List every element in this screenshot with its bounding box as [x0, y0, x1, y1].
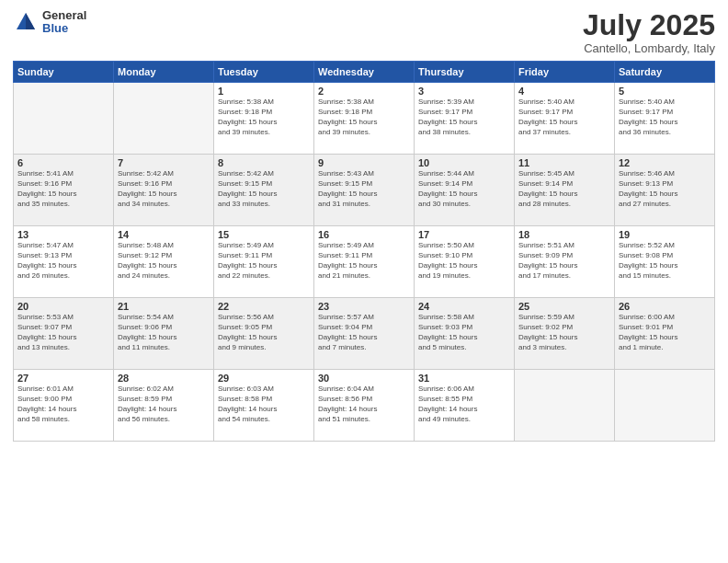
calendar-cell	[515, 370, 615, 442]
calendar-cell: 25Sunrise: 5:59 AM Sunset: 9:02 PM Dayli…	[515, 298, 615, 370]
day-number: 17	[418, 229, 510, 240]
day-number: 27	[17, 373, 109, 384]
calendar-cell: 2Sunrise: 5:38 AM Sunset: 9:18 PM Daylig…	[314, 83, 415, 155]
day-info: Sunrise: 5:49 AM Sunset: 9:11 PM Dayligh…	[318, 241, 410, 281]
svg-marker-1	[26, 13, 35, 29]
day-info: Sunrise: 5:42 AM Sunset: 9:15 PM Dayligh…	[218, 169, 310, 209]
day-info: Sunrise: 6:04 AM Sunset: 8:56 PM Dayligh…	[318, 385, 410, 424]
header: General Blue July 2025 Cantello, Lombard…	[13, 9, 715, 55]
day-info: Sunrise: 5:38 AM Sunset: 9:18 PM Dayligh…	[218, 98, 310, 137]
day-info: Sunrise: 6:00 AM Sunset: 9:01 PM Dayligh…	[619, 313, 711, 352]
title-block: July 2025 Cantello, Lombardy, Italy	[583, 9, 715, 55]
day-number: 24	[418, 301, 510, 312]
day-info: Sunrise: 5:54 AM Sunset: 9:06 PM Dayligh…	[118, 313, 210, 352]
calendar-week-row: 6Sunrise: 5:41 AM Sunset: 9:16 PM Daylig…	[14, 155, 715, 226]
calendar-cell: 8Sunrise: 5:42 AM Sunset: 9:15 PM Daylig…	[214, 155, 314, 226]
day-number: 28	[118, 373, 210, 384]
day-info: Sunrise: 5:42 AM Sunset: 9:16 PM Dayligh…	[118, 169, 210, 209]
day-info: Sunrise: 5:47 AM Sunset: 9:13 PM Dayligh…	[17, 241, 109, 281]
day-number: 6	[17, 157, 109, 168]
location-subtitle: Cantello, Lombardy, Italy	[583, 41, 715, 55]
day-number: 26	[619, 301, 711, 312]
calendar-cell: 17Sunrise: 5:50 AM Sunset: 9:10 PM Dayli…	[415, 226, 515, 298]
day-info: Sunrise: 6:02 AM Sunset: 8:59 PM Dayligh…	[118, 385, 210, 424]
calendar-week-row: 27Sunrise: 6:01 AM Sunset: 9:00 PM Dayli…	[14, 370, 715, 442]
calendar-cell: 4Sunrise: 5:40 AM Sunset: 9:17 PM Daylig…	[515, 83, 615, 155]
day-number: 15	[218, 229, 310, 240]
day-info: Sunrise: 5:53 AM Sunset: 9:07 PM Dayligh…	[17, 313, 109, 352]
weekday-header-friday: Friday	[515, 62, 615, 83]
day-number: 2	[318, 86, 410, 97]
calendar-cell: 19Sunrise: 5:52 AM Sunset: 9:08 PM Dayli…	[615, 226, 715, 298]
calendar-cell: 15Sunrise: 5:49 AM Sunset: 9:11 PM Dayli…	[214, 226, 314, 298]
day-info: Sunrise: 5:59 AM Sunset: 9:02 PM Dayligh…	[518, 313, 610, 352]
day-info: Sunrise: 5:51 AM Sunset: 9:09 PM Dayligh…	[518, 241, 610, 281]
day-info: Sunrise: 5:48 AM Sunset: 9:12 PM Dayligh…	[118, 241, 210, 281]
calendar-cell: 9Sunrise: 5:43 AM Sunset: 9:15 PM Daylig…	[314, 155, 415, 226]
weekday-header-sunday: Sunday	[14, 62, 114, 83]
day-info: Sunrise: 5:58 AM Sunset: 9:03 PM Dayligh…	[418, 313, 510, 352]
calendar-cell: 26Sunrise: 6:00 AM Sunset: 9:01 PM Dayli…	[615, 298, 715, 370]
calendar-week-row: 13Sunrise: 5:47 AM Sunset: 9:13 PM Dayli…	[14, 226, 715, 298]
day-number: 31	[418, 373, 510, 384]
calendar-cell: 1Sunrise: 5:38 AM Sunset: 9:18 PM Daylig…	[214, 83, 314, 155]
day-info: Sunrise: 6:01 AM Sunset: 9:00 PM Dayligh…	[17, 385, 109, 424]
weekday-header-saturday: Saturday	[615, 62, 715, 83]
calendar-cell: 30Sunrise: 6:04 AM Sunset: 8:56 PM Dayli…	[314, 370, 415, 442]
day-number: 16	[318, 229, 410, 240]
day-number: 12	[619, 157, 711, 168]
calendar-cell: 3Sunrise: 5:39 AM Sunset: 9:17 PM Daylig…	[415, 83, 515, 155]
day-number: 30	[318, 373, 410, 384]
day-number: 10	[418, 157, 510, 168]
weekday-header-wednesday: Wednesday	[314, 62, 415, 83]
day-number: 19	[619, 229, 711, 240]
day-info: Sunrise: 5:43 AM Sunset: 9:15 PM Dayligh…	[318, 169, 410, 209]
day-info: Sunrise: 5:56 AM Sunset: 9:05 PM Dayligh…	[218, 313, 310, 352]
day-number: 13	[17, 229, 109, 240]
day-number: 18	[518, 229, 610, 240]
calendar-week-row: 20Sunrise: 5:53 AM Sunset: 9:07 PM Dayli…	[14, 298, 715, 370]
calendar-cell: 6Sunrise: 5:41 AM Sunset: 9:16 PM Daylig…	[14, 155, 114, 226]
day-number: 7	[118, 157, 210, 168]
day-number: 4	[518, 86, 610, 97]
page: General Blue July 2025 Cantello, Lombard…	[0, 0, 728, 563]
day-info: Sunrise: 5:50 AM Sunset: 9:10 PM Dayligh…	[418, 241, 510, 281]
day-info: Sunrise: 5:39 AM Sunset: 9:17 PM Dayligh…	[418, 98, 510, 137]
day-info: Sunrise: 5:40 AM Sunset: 9:17 PM Dayligh…	[619, 98, 711, 137]
logo-text: General Blue	[42, 9, 86, 36]
calendar-cell: 13Sunrise: 5:47 AM Sunset: 9:13 PM Dayli…	[14, 226, 114, 298]
day-number: 9	[318, 157, 410, 168]
weekday-header-tuesday: Tuesday	[214, 62, 314, 83]
day-info: Sunrise: 5:44 AM Sunset: 9:14 PM Dayligh…	[418, 169, 510, 209]
calendar-cell: 7Sunrise: 5:42 AM Sunset: 9:16 PM Daylig…	[114, 155, 214, 226]
logo-icon	[13, 9, 39, 35]
day-info: Sunrise: 5:46 AM Sunset: 9:13 PM Dayligh…	[619, 169, 711, 209]
calendar-cell: 11Sunrise: 5:45 AM Sunset: 9:14 PM Dayli…	[515, 155, 615, 226]
logo-general-text: General	[42, 9, 86, 22]
calendar-cell	[615, 370, 715, 442]
calendar-cell: 31Sunrise: 6:06 AM Sunset: 8:55 PM Dayli…	[415, 370, 515, 442]
day-info: Sunrise: 5:38 AM Sunset: 9:18 PM Dayligh…	[318, 98, 410, 137]
day-number: 1	[218, 86, 310, 97]
calendar-cell: 18Sunrise: 5:51 AM Sunset: 9:09 PM Dayli…	[515, 226, 615, 298]
calendar-cell: 29Sunrise: 6:03 AM Sunset: 8:58 PM Dayli…	[214, 370, 314, 442]
day-number: 21	[118, 301, 210, 312]
day-number: 11	[518, 157, 610, 168]
calendar-cell: 16Sunrise: 5:49 AM Sunset: 9:11 PM Dayli…	[314, 226, 415, 298]
calendar-table: SundayMondayTuesdayWednesdayThursdayFrid…	[13, 61, 715, 442]
calendar-cell: 20Sunrise: 5:53 AM Sunset: 9:07 PM Dayli…	[14, 298, 114, 370]
day-number: 23	[318, 301, 410, 312]
day-info: Sunrise: 5:41 AM Sunset: 9:16 PM Dayligh…	[17, 169, 109, 209]
day-info: Sunrise: 5:45 AM Sunset: 9:14 PM Dayligh…	[518, 169, 610, 209]
day-number: 3	[418, 86, 510, 97]
day-info: Sunrise: 5:52 AM Sunset: 9:08 PM Dayligh…	[619, 241, 711, 281]
day-info: Sunrise: 5:57 AM Sunset: 9:04 PM Dayligh…	[318, 313, 410, 352]
calendar-cell	[114, 83, 214, 155]
calendar-cell: 27Sunrise: 6:01 AM Sunset: 9:00 PM Dayli…	[14, 370, 114, 442]
calendar-cell: 24Sunrise: 5:58 AM Sunset: 9:03 PM Dayli…	[415, 298, 515, 370]
calendar-cell	[14, 83, 114, 155]
calendar-cell: 12Sunrise: 5:46 AM Sunset: 9:13 PM Dayli…	[615, 155, 715, 226]
day-number: 25	[518, 301, 610, 312]
month-title: July 2025	[583, 9, 715, 41]
day-number: 8	[218, 157, 310, 168]
